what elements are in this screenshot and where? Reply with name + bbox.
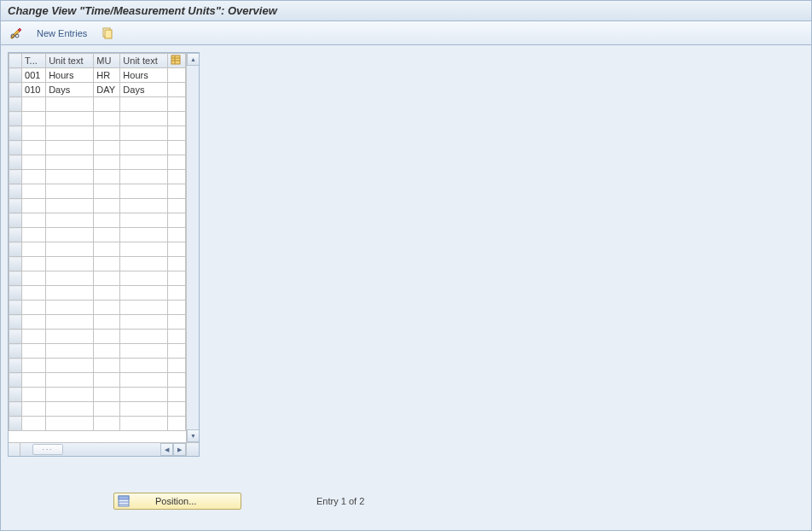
- row-selector[interactable]: [9, 141, 22, 155]
- cell-t[interactable]: [22, 155, 46, 170]
- row-selector[interactable]: [9, 170, 22, 184]
- cell-mu[interactable]: [94, 141, 120, 155]
- table-row[interactable]: 010DaysDAYDays: [9, 83, 186, 97]
- cell-ut2[interactable]: [120, 213, 168, 228]
- row-selector[interactable]: [9, 301, 22, 315]
- cell-ut2[interactable]: [120, 170, 168, 184]
- cell-ut2[interactable]: [120, 301, 168, 315]
- row-selector[interactable]: [9, 388, 22, 402]
- position-button[interactable]: Position...: [113, 493, 241, 510]
- copy-as-button[interactable]: [97, 26, 118, 41]
- cell-t[interactable]: 001: [22, 68, 46, 83]
- row-selector[interactable]: [9, 155, 22, 170]
- cell-mu[interactable]: [94, 286, 120, 301]
- cell-mu[interactable]: DAY: [94, 83, 120, 97]
- cell-t[interactable]: [22, 417, 46, 431]
- cell-mu[interactable]: [94, 199, 120, 213]
- cell-mu[interactable]: [94, 359, 120, 373]
- cell-mu[interactable]: [94, 97, 120, 112]
- cell-ut1[interactable]: [46, 359, 94, 373]
- cell-ut2[interactable]: [120, 330, 168, 344]
- cell-ut1[interactable]: [46, 330, 94, 344]
- cell-mu[interactable]: [94, 417, 120, 431]
- cell-ut1[interactable]: [46, 286, 94, 301]
- row-selector[interactable]: [9, 83, 22, 97]
- cell-ut1[interactable]: [46, 301, 94, 315]
- cell-t[interactable]: [22, 170, 46, 184]
- cell-t[interactable]: [22, 199, 46, 213]
- cell-ut2[interactable]: [120, 286, 168, 301]
- cell-ut1[interactable]: [46, 257, 94, 271]
- row-selector[interactable]: [9, 199, 22, 213]
- cell-ut2[interactable]: [120, 199, 168, 213]
- cell-mu[interactable]: [94, 184, 120, 199]
- table-row[interactable]: [9, 344, 186, 359]
- cell-ut1[interactable]: [46, 155, 94, 170]
- table-row[interactable]: [9, 417, 186, 431]
- table-row[interactable]: [9, 402, 186, 417]
- cell-mu[interactable]: [94, 344, 120, 359]
- new-entries-button[interactable]: New Entries: [33, 27, 90, 39]
- cell-ut1[interactable]: [46, 228, 94, 242]
- cell-ut2[interactable]: [120, 155, 168, 170]
- cell-ut2[interactable]: Days: [120, 83, 168, 97]
- row-selector[interactable]: [9, 112, 22, 126]
- cell-t[interactable]: [22, 126, 46, 141]
- cell-ut2[interactable]: [120, 388, 168, 402]
- cell-ut1[interactable]: [46, 315, 94, 330]
- cell-mu[interactable]: [94, 402, 120, 417]
- table-row[interactable]: 001HoursHRHours: [9, 68, 186, 83]
- column-header-unit-text-1[interactable]: Unit text: [46, 54, 94, 68]
- row-selector[interactable]: [9, 373, 22, 388]
- cell-ut1[interactable]: [46, 271, 94, 286]
- cell-mu[interactable]: [94, 242, 120, 257]
- cell-ut1[interactable]: [46, 112, 94, 126]
- cell-ut2[interactable]: [120, 126, 168, 141]
- cell-ut2[interactable]: [120, 271, 168, 286]
- cell-mu[interactable]: [94, 257, 120, 271]
- cell-ut1[interactable]: [46, 126, 94, 141]
- table-row[interactable]: [9, 257, 186, 271]
- cell-t[interactable]: [22, 257, 46, 271]
- cell-ut1[interactable]: Days: [46, 83, 94, 97]
- cell-t[interactable]: [22, 242, 46, 257]
- table-row[interactable]: [9, 373, 186, 388]
- column-header-unit-text-2[interactable]: Unit text: [120, 54, 168, 68]
- table-row[interactable]: [9, 228, 186, 242]
- cell-ut1[interactable]: [46, 242, 94, 257]
- table-row[interactable]: [9, 315, 186, 330]
- cell-ut2[interactable]: [120, 344, 168, 359]
- cell-ut1[interactable]: [46, 373, 94, 388]
- row-selector[interactable]: [9, 242, 22, 257]
- table-row[interactable]: [9, 199, 186, 213]
- row-selector[interactable]: [9, 315, 22, 330]
- cell-t[interactable]: 010: [22, 83, 46, 97]
- cell-t[interactable]: [22, 402, 46, 417]
- cell-mu[interactable]: [94, 213, 120, 228]
- cell-ut1[interactable]: [46, 141, 94, 155]
- select-all-header[interactable]: [9, 54, 22, 68]
- cell-ut1[interactable]: [46, 213, 94, 228]
- cell-ut1[interactable]: [46, 97, 94, 112]
- cell-mu[interactable]: [94, 170, 120, 184]
- column-header-mu[interactable]: MU: [94, 54, 120, 68]
- vertical-scrollbar[interactable]: ▲ ▼: [186, 53, 199, 442]
- cell-ut2[interactable]: [120, 315, 168, 330]
- scroll-track[interactable]: [187, 66, 199, 429]
- cell-t[interactable]: [22, 301, 46, 315]
- cell-ut2[interactable]: [120, 141, 168, 155]
- horizontal-scrollbar[interactable]: ∙∙∙ ◀ ▶: [9, 442, 186, 456]
- cell-t[interactable]: [22, 213, 46, 228]
- cell-ut1[interactable]: [46, 388, 94, 402]
- cell-ut1[interactable]: [46, 170, 94, 184]
- cell-t[interactable]: [22, 373, 46, 388]
- cell-ut1[interactable]: [46, 199, 94, 213]
- cell-mu[interactable]: [94, 388, 120, 402]
- scroll-down-button[interactable]: ▼: [187, 429, 199, 442]
- table-row[interactable]: [9, 97, 186, 112]
- row-selector[interactable]: [9, 402, 22, 417]
- row-selector[interactable]: [9, 97, 22, 112]
- row-selector[interactable]: [9, 228, 22, 242]
- cell-t[interactable]: [22, 228, 46, 242]
- cell-t[interactable]: [22, 344, 46, 359]
